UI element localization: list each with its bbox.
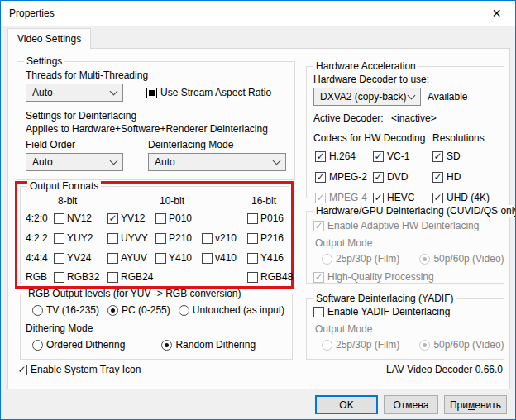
hw-decoder-label: Hardware Decoder to use: <box>313 74 429 85</box>
radio-tv-levels[interactable]: TV (16-235) <box>32 304 99 316</box>
checkbox-checked-disabled-icon: ✓ <box>313 272 324 283</box>
active-decoder-value: <inactive> <box>391 112 437 124</box>
footer-row: ✓ Enable System Tray Icon LAV Video Deco… <box>17 364 503 375</box>
format-checkbox-ayuv[interactable]: AYUV <box>108 252 155 264</box>
cancel-button[interactable]: Отмена <box>384 395 438 414</box>
format-checkbox-yuy2[interactable]: YUY2 <box>54 232 108 244</box>
radio-random-dithering[interactable]: Random Dithering <box>161 339 256 351</box>
checkbox-checked-icon: ✓ <box>373 193 384 203</box>
hw-decoder-status: Available <box>428 91 467 103</box>
checkbox-checked-icon: ✓ <box>432 193 443 203</box>
format-label: UYVY <box>121 232 148 244</box>
codec-checkbox-h264[interactable]: ✓ H.264 <box>315 150 373 162</box>
output-formats-row-420: 4:2:0 NV12 ✓ YV12 P010 P <box>26 208 289 228</box>
enable-system-tray-checkbox[interactable]: ✓ Enable System Tray Icon <box>17 364 141 375</box>
radio-ordered-dithering[interactable]: Ordered Dithering <box>32 339 125 351</box>
deinterlacing-settings-heading: Settings for Deinterlacing <box>26 110 286 122</box>
hardware-acceleration-group: Hardware Acceleration Hardware Decoder t… <box>306 66 504 198</box>
checkbox-label: Enable System Tray Icon <box>31 364 141 375</box>
settings-group: Settings Threads for Multi-Threading Aut… <box>17 61 295 180</box>
resolution-checkbox-sd[interactable]: ✓ SD <box>432 150 497 162</box>
format-label: P010 <box>169 212 192 224</box>
output-formats-group-title: Output Formats <box>27 180 101 193</box>
format-checkbox-nv12[interactable]: NV12 <box>54 212 108 224</box>
row-label-422: 4:2:2 <box>26 232 54 244</box>
threads-combobox[interactable]: Auto <box>26 84 123 102</box>
format-checkbox-v210[interactable]: v210 <box>202 232 247 244</box>
radio-icon <box>32 305 43 316</box>
tab-label: Video Settings <box>17 33 81 45</box>
sw-output-mode-label: Output Mode <box>313 323 497 335</box>
format-checkbox-rgb24[interactable]: RGB24 <box>108 271 155 283</box>
checkbox-icon <box>247 272 258 283</box>
format-checkbox-p010[interactable]: P010 <box>155 212 202 224</box>
codec-checkbox-hevc[interactable]: ✓ HEVC <box>373 192 432 203</box>
radio-label: TV (16-235) <box>46 304 99 316</box>
checkbox-icon <box>247 233 258 244</box>
field-order-label: Field Order <box>26 139 148 150</box>
output-formats-row-rgb: RGB RGB32 RGB24 RGB48 <box>26 268 289 286</box>
format-label: P210 <box>169 232 192 244</box>
hw-decoder-combobox[interactable]: DXVA2 (copy-back) <box>313 88 421 106</box>
checkbox-checked-disabled-icon: ✓ <box>313 221 324 231</box>
settings-group-title: Settings <box>24 55 64 68</box>
hw-radio-50p60p-video: 50p/60p (Video) <box>419 253 504 265</box>
resolution-checkbox-hd[interactable]: ✓ HD <box>432 171 497 183</box>
radio-selected-icon <box>161 340 172 351</box>
format-checkbox-yv24[interactable]: YV24 <box>54 252 108 264</box>
close-icon[interactable]: ✕ <box>478 1 515 26</box>
format-label: YUY2 <box>67 232 93 244</box>
format-checkbox-rgb48[interactable]: RGB48 <box>247 271 293 283</box>
format-label: NV12 <box>67 212 92 224</box>
radio-label: 50p/60p (Video) <box>433 253 504 265</box>
dithering-mode-label: Dithering Mode <box>26 322 292 334</box>
tab-page: Settings Threads for Multi-Threading Aut… <box>7 48 510 389</box>
codec-label: DVD <box>387 171 408 183</box>
apply-button[interactable]: Применить <box>444 395 507 414</box>
hw-gpu-deinterlacing-title: Hardware/GPU Deinterlacing (CUVID/QS onl… <box>313 205 516 217</box>
format-checkbox-p216[interactable]: P216 <box>247 232 289 244</box>
radio-selected-disabled-icon <box>419 340 430 351</box>
use-stream-aspect-ratio-checkbox[interactable]: Use Stream Aspect Ratio <box>146 87 271 98</box>
checkbox-checked-icon: ✓ <box>315 151 326 162</box>
format-label: AYUV <box>121 252 147 264</box>
codec-checkbox-dvd[interactable]: ✓ DVD <box>373 171 432 183</box>
enable-yadif-checkbox[interactable]: Enable YADIF Deinterlacing <box>313 306 497 317</box>
checkbox-icon <box>313 307 324 317</box>
radio-pc-levels[interactable]: PC (0-255) <box>108 304 170 316</box>
radio-label: Untouched (as input) <box>193 304 284 316</box>
deinterlacing-settings-note: Applies to Hardware+Software+Renderer De… <box>26 123 286 135</box>
format-checkbox-y410[interactable]: Y410 <box>155 252 202 264</box>
checkbox-icon <box>202 253 213 264</box>
tab-video-settings[interactable]: Video Settings <box>7 28 91 49</box>
format-checkbox-rgb32[interactable]: RGB32 <box>54 271 108 283</box>
resolution-checkbox-uhd4k[interactable]: ✓ UHD (4K) <box>432 192 497 203</box>
row-label-444: 4:4:4 <box>26 252 54 264</box>
row-label-420: 4:2:0 <box>26 212 54 224</box>
codec-label: VC-1 <box>387 150 409 162</box>
format-checkbox-p210[interactable]: P210 <box>155 232 202 244</box>
codec-checkbox-vc1[interactable]: ✓ VC-1 <box>373 150 432 162</box>
resolution-label: UHD (4K) <box>447 192 490 203</box>
deinterlacing-mode-label: Deinterlacing Mode <box>148 139 286 150</box>
format-checkbox-uyvy[interactable]: UYVY <box>108 232 155 244</box>
codec-checkbox-mpeg2[interactable]: ✓ MPEG-2 <box>315 171 373 183</box>
output-formats-row-422: 4:2:2 YUY2 UYVY P210 v2 <box>26 228 289 248</box>
checkbox-checked-icon: ✓ <box>108 213 118 224</box>
codecs-header: Codecs for HW Decoding <box>313 132 432 144</box>
radio-untouched-levels[interactable]: Untouched (as input) <box>179 304 284 316</box>
format-checkbox-y416[interactable]: Y416 <box>247 252 289 264</box>
rgb-output-levels-group: RGB Output levels (for YUV -> RGB conver… <box>20 294 293 360</box>
format-checkbox-p016[interactable]: P016 <box>247 212 289 224</box>
format-checkbox-yv12[interactable]: ✓ YV12 <box>108 212 155 224</box>
deinterlacing-mode-combobox[interactable]: Auto <box>148 153 286 171</box>
format-checkbox-v410[interactable]: v410 <box>202 252 247 264</box>
checkbox-icon <box>108 253 118 264</box>
checkbox-icon <box>155 213 166 224</box>
ok-button[interactable]: OK <box>315 395 378 414</box>
field-order-combobox[interactable]: Auto <box>26 153 123 171</box>
cancel-button-label: Отмена <box>393 399 428 411</box>
hw-output-mode-label: Output Mode <box>313 237 497 249</box>
rgb-output-levels-title: RGB Output levels (for YUV -> RGB conver… <box>26 288 244 300</box>
checkbox-checked-icon: ✓ <box>373 151 384 162</box>
